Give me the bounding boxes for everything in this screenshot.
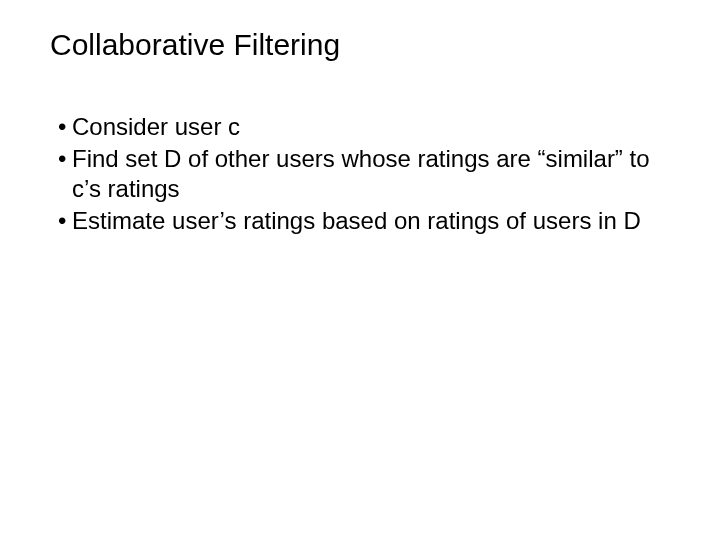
- slide-content: • Consider user c • Find set D of other …: [50, 112, 670, 236]
- bullet-text: Consider user c: [72, 112, 670, 142]
- slide-title: Collaborative Filtering: [50, 28, 670, 62]
- bullet-marker-icon: •: [58, 206, 72, 236]
- bullet-text: Find set D of other users whose ratings …: [72, 144, 670, 204]
- bullet-item: • Consider user c: [58, 112, 670, 142]
- bullet-item: • Estimate user’s ratings based on ratin…: [58, 206, 670, 236]
- bullet-item: • Find set D of other users whose rating…: [58, 144, 670, 204]
- bullet-marker-icon: •: [58, 144, 72, 174]
- bullet-marker-icon: •: [58, 112, 72, 142]
- bullet-text: Estimate user’s ratings based on ratings…: [72, 206, 670, 236]
- slide: Collaborative Filtering • Consider user …: [0, 0, 720, 540]
